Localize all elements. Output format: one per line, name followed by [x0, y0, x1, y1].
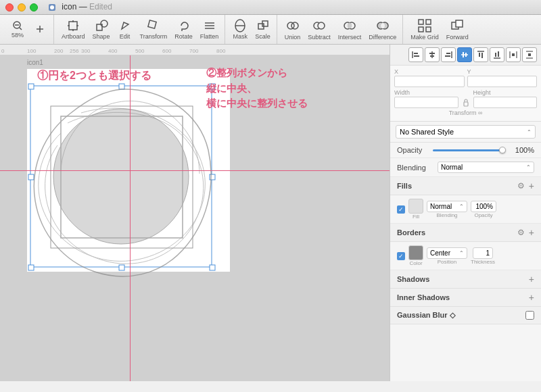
height-field: Height — [473, 89, 538, 108]
rotate-button[interactable]: Rotate — [171, 18, 196, 41]
svg-point-23 — [291, 22, 298, 29]
borders-add-button[interactable]: + — [529, 228, 534, 237]
svg-rect-37 — [28, 84, 34, 89]
inner-shadows-add-button[interactable]: + — [529, 293, 534, 302]
opacity-section: Opacity 100% — [390, 143, 541, 158]
annotation-2: ②整列ボタンから縦に中央、横に中央に整列させる — [206, 66, 308, 112]
fill-opacity-input[interactable]: 100% — [471, 201, 496, 212]
shape-canvas — [27, 82, 237, 292]
svg-point-25 — [318, 22, 325, 29]
shadows-add-button[interactable]: + — [529, 274, 534, 284]
fill-color-swatch[interactable] — [408, 199, 423, 214]
x-input[interactable] — [394, 76, 465, 87]
main-toolbar: 58% Artboard Shape Edit Transform Rotate — [0, 15, 541, 45]
scale-button[interactable]: Scale — [252, 18, 274, 41]
fills-gear-icon[interactable]: ⚙ — [517, 181, 525, 191]
mask-group: Mask Scale — [227, 15, 277, 44]
align-bottom-button[interactable] — [490, 47, 504, 62]
svg-rect-50 — [414, 55, 419, 57]
svg-rect-61 — [479, 53, 480, 57]
svg-rect-58 — [463, 52, 464, 57]
border-item: ✓ Color Center ⌃ Position 1 Thickness — [390, 242, 541, 270]
shape-button[interactable]: Shape — [89, 18, 114, 41]
coordinates-section: X Y Width Height — [390, 66, 541, 122]
border-color-swatch[interactable] — [408, 245, 423, 260]
align-right-button[interactable] — [441, 47, 456, 62]
svg-rect-49 — [414, 53, 418, 54]
border-checkbox[interactable]: ✓ — [397, 252, 405, 260]
svg-rect-71 — [528, 53, 531, 56]
canvas-area[interactable]: 0 100 200 256 300 400 500 600 700 800 ic… — [0, 45, 390, 381]
svg-rect-40 — [28, 174, 34, 180]
minimize-button[interactable] — [18, 3, 26, 11]
border-thickness-input[interactable]: 1 — [473, 247, 493, 259]
main-area: 0 100 200 256 300 400 500 600 700 800 ic… — [0, 45, 541, 381]
svg-point-1 — [50, 5, 54, 9]
blending-dropdown[interactable]: Normal ⌃ — [438, 162, 534, 173]
chevron-icon: ⌃ — [459, 203, 464, 210]
subtract-button[interactable]: Subtract — [304, 17, 334, 42]
maximize-button[interactable] — [30, 3, 38, 11]
forward-button[interactable]: Forward — [443, 17, 472, 42]
fill-checkbox[interactable]: ✓ — [397, 205, 405, 214]
y-field: Y — [467, 68, 538, 87]
svg-rect-44 — [210, 265, 215, 270]
distribute-h-button[interactable] — [506, 47, 521, 62]
align-left-button[interactable] — [408, 47, 423, 62]
svg-rect-30 — [419, 20, 423, 24]
shared-style-section: No Shared Style ⌃ — [390, 122, 541, 143]
fill-blending-dropdown[interactable]: Normal ⌃ — [427, 201, 467, 212]
border-color-group: Color — [408, 245, 423, 266]
shared-style-dropdown[interactable]: No Shared Style ⌃ — [396, 125, 536, 139]
svg-rect-32 — [419, 27, 423, 32]
grid-group: Make Grid Forward — [404, 15, 475, 44]
border-position-dropdown[interactable]: Center ⌃ — [427, 247, 467, 259]
x-field: X — [394, 68, 465, 87]
align-toolbar — [390, 45, 541, 66]
edit-button[interactable]: Edit — [114, 18, 136, 41]
gaussian-blur-checkbox[interactable] — [525, 311, 534, 320]
opacity-slider[interactable] — [433, 149, 505, 151]
add-button[interactable] — [29, 22, 51, 36]
make-grid-button[interactable]: Make Grid — [407, 17, 442, 42]
transform-label: Transform ∞ — [394, 108, 537, 118]
artboard-button[interactable]: Artboard — [58, 18, 89, 41]
height-input[interactable] — [473, 97, 538, 108]
difference-button[interactable]: Difference — [365, 17, 400, 42]
artboard-group: Artboard Shape Edit Transform Rotate Fla… — [55, 15, 225, 44]
vertical-guide — [130, 55, 131, 381]
border-thickness-group: 1 Thickness — [471, 247, 495, 265]
intersect-button[interactable]: Intersect — [335, 17, 365, 42]
svg-rect-65 — [498, 51, 499, 57]
width-input[interactable] — [394, 97, 458, 108]
svg-rect-14 — [148, 20, 156, 28]
borders-gear-icon[interactable]: ⚙ — [517, 228, 525, 237]
svg-rect-42 — [28, 265, 34, 270]
gaussian-blur-section-header: Gaussian Blur ◇ — [390, 307, 541, 324]
chevron-icon: ⌃ — [527, 129, 532, 135]
canvas-body[interactable]: icon1 — [0, 55, 390, 381]
flatten-button[interactable]: Flatten — [197, 18, 222, 41]
boolean-group: Union Subtract Intersect Difference — [279, 15, 403, 44]
chevron-icon: ⌃ — [526, 164, 531, 170]
align-center-h-button[interactable] — [425, 47, 440, 62]
opacity-value: 100% — [511, 146, 534, 154]
distribute-v-button[interactable] — [522, 47, 537, 62]
align-center-v-button[interactable] — [457, 47, 472, 62]
close-button[interactable] — [5, 3, 14, 11]
svg-rect-41 — [210, 174, 215, 180]
union-button[interactable]: Union — [281, 17, 304, 42]
transform-button[interactable]: Transform — [137, 18, 171, 41]
mask-button[interactable]: Mask — [229, 18, 251, 41]
right-panel: X Y Width Height — [390, 45, 541, 381]
svg-rect-52 — [429, 53, 435, 54]
zoom-out-button[interactable]: 58% — [7, 19, 28, 40]
align-top-button[interactable] — [473, 47, 488, 62]
y-input[interactable] — [467, 76, 538, 87]
borders-section-header: Borders ⚙ + — [390, 224, 541, 242]
artboard-label: icon1 — [27, 59, 43, 66]
fills-add-button[interactable]: + — [529, 181, 534, 191]
fills-section-header: Fills ⚙ + — [390, 177, 541, 195]
svg-rect-7 — [69, 22, 77, 30]
ruler: 0 100 200 256 300 400 500 600 700 800 — [0, 45, 390, 55]
